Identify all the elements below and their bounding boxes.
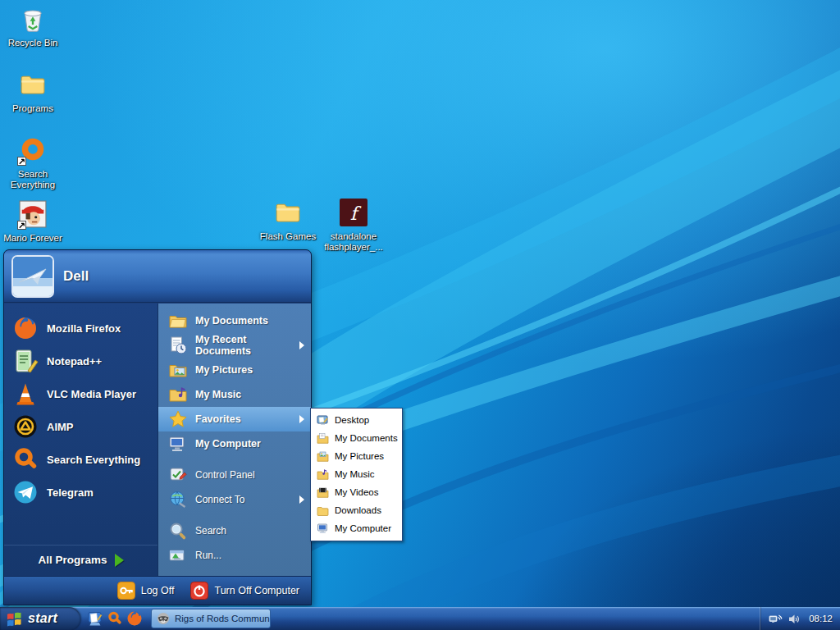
submenu-item-label: My Music [335,469,375,479]
start-button[interactable]: start [0,607,80,630]
menu-item-search[interactable]: Search [158,518,311,543]
my-computer-icon [317,523,329,535]
submenu-item-desktop[interactable]: Desktop [311,411,402,429]
menu-item-mozilla-firefox[interactable]: Mozilla Firefox [4,312,158,345]
menu-item-my-music[interactable]: My Music [158,382,311,407]
everything-search-icon[interactable] [107,610,123,627]
menu-item-label: Notepad++ [47,355,102,368]
my-pictures-icon [168,360,188,380]
start-menu-right-column: My Documents My Recent Documents My Pict… [158,304,311,576]
submenu-item-label: Downloads [335,505,381,515]
documents-folder-icon [317,432,329,445]
desktop-icon-recycle-bin[interactable]: Recycle Bin [0,5,66,48]
submenu-item-label: Desktop [335,415,369,425]
menu-separator [158,456,311,463]
menu-item-run[interactable]: Run... [158,543,311,568]
submenu-item-label: My Documents [335,433,398,443]
desktop-icon-mario-forever[interactable]: Mario Forever [0,200,66,244]
all-programs-button[interactable]: All Programs [4,545,158,574]
desktop-icon-label: Recycle Bin [0,38,66,48]
firefox-icon[interactable] [126,610,143,627]
videos-folder-icon [317,486,329,499]
log-off-button[interactable]: Log Off [117,582,175,600]
search-everything-icon [19,136,47,164]
turn-off-label: Turn Off Computer [214,585,299,596]
desktop-icon-standalone-flashplayer[interactable]: f standalone flashplayer_... [319,199,388,253]
menu-item-search-everything[interactable]: Search Everything [4,443,158,476]
log-off-icon [117,582,135,600]
menu-item-aimp[interactable]: AIMP [4,410,158,443]
desktop-icon-label: Search Everything [0,169,66,190]
desktop: Recycle Bin Programs Search Everything M… [0,0,840,607]
recent-documents-icon [168,336,188,355]
raccoon-icon [157,612,170,625]
aimp-icon [12,413,39,440]
my-computer-icon [168,434,188,454]
favorites-star-icon [168,409,188,429]
favorites-submenu: Desktop My Documents My Pictures My Musi… [310,408,403,541]
user-name: Dell [63,268,89,285]
submenu-item-my-documents[interactable]: My Documents [311,429,402,447]
shortcut-arrow-icon [17,221,26,230]
search-icon [168,521,188,541]
menu-item-connect-to[interactable]: Connect To [158,487,311,512]
telegram-icon [12,479,39,505]
menu-item-label: My Computer [195,438,261,450]
my-music-icon [168,385,188,404]
menu-item-my-recent-documents[interactable]: My Recent Documents [158,333,311,358]
desktop-icon-flash-games[interactable]: Flash Games [255,199,321,242]
flash-player-icon: f [340,199,368,226]
start-menu-header: Dell [4,250,311,303]
submenu-item-label: My Pictures [335,451,384,461]
wireless-network-icon[interactable] [769,612,783,626]
task-button-label: Rigs of Rods Commun... [175,614,270,623]
menu-item-label: My Pictures [195,364,253,376]
menu-item-vlc[interactable]: VLC Media Player [4,377,158,410]
taskbar: start Rigs of Rods Commun... 08:12 [0,607,840,630]
vlc-icon [12,381,39,407]
submenu-item-my-pictures[interactable]: My Pictures [311,447,402,465]
desktop-icon-label: standalone flashplayer_... [319,231,388,253]
menu-item-my-documents[interactable]: My Documents [158,308,311,333]
everything-search-icon [12,446,39,472]
menu-item-telegram[interactable]: Telegram [4,476,158,509]
taskbar-clock[interactable]: 08:12 [809,614,833,623]
submenu-item-my-computer[interactable]: My Computer [311,519,402,537]
start-menu-left-column: Mozilla Firefox Notepad++ VLC Media Play… [4,304,158,576]
pictures-folder-icon [317,450,329,463]
turn-off-icon [190,582,208,600]
menu-item-my-computer[interactable]: My Computer [158,431,311,456]
desktop-icon-label: Flash Games [255,231,321,242]
submenu-item-downloads[interactable]: Downloads [311,501,402,519]
run-icon [168,546,188,565]
menu-item-label: Run... [195,550,221,561]
menu-item-label: VLC Media Player [47,388,136,400]
menu-item-notepad-plus-plus[interactable]: Notepad++ [4,345,158,377]
menu-item-label: My Recent Documents [195,334,292,357]
system-tray: 08:12 [760,607,840,630]
menu-item-label: My Documents [195,315,268,326]
log-off-label: Log Off [141,585,175,596]
task-button-rigs-of-rods[interactable]: Rigs of Rods Commun... [151,609,271,628]
all-programs-label: All Programs [38,554,107,566]
my-documents-icon [168,311,188,331]
menu-item-my-pictures[interactable]: My Pictures [158,358,311,382]
start-menu-body: Mozilla Firefox Notepad++ VLC Media Play… [4,304,311,576]
volume-icon[interactable] [788,612,801,626]
desktop-icon [317,414,329,427]
turn-off-computer-button[interactable]: Turn Off Computer [190,582,299,600]
menu-item-favorites[interactable]: Favorites [158,407,311,431]
submenu-item-my-videos[interactable]: My Videos [311,483,402,501]
menu-item-label: Telegram [47,486,94,499]
menu-item-label: My Music [195,389,241,400]
menu-item-control-panel[interactable]: Control Panel [158,463,311,487]
start-button-label: start [28,611,57,626]
recycle-bin-icon [19,5,47,33]
desktop-icon-search-everything[interactable]: Search Everything [0,136,66,190]
all-programs-arrow-icon [115,554,124,567]
show-desktop-icon[interactable] [87,610,103,627]
submenu-item-my-music[interactable]: My Music [311,465,402,483]
menu-item-label: Connect To [195,494,245,505]
desktop-icon-label: Mario Forever [0,233,66,244]
desktop-icon-programs[interactable]: Programs [0,71,66,114]
